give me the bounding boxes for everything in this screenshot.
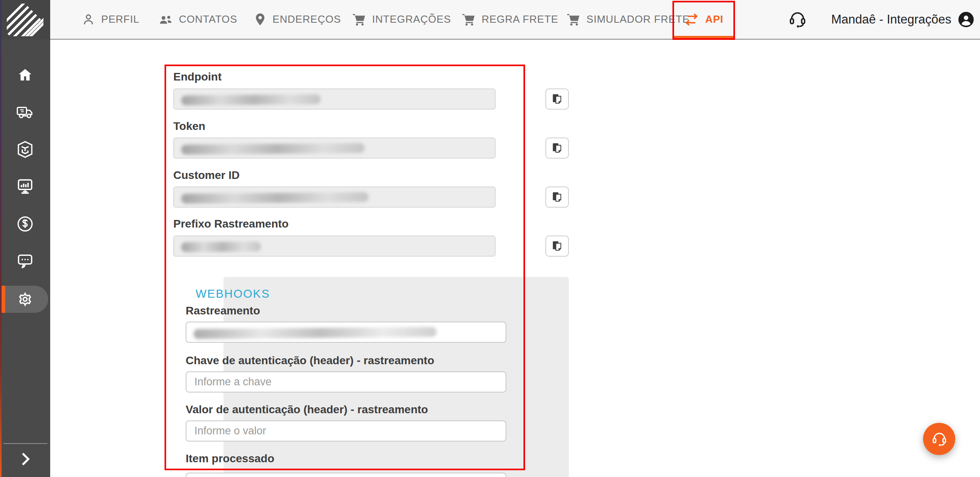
edge-gradient-strip — [0, 0, 2, 477]
customer-id-field[interactable] — [173, 186, 496, 208]
tab-contatos[interactable]: CONTATOS — [159, 0, 237, 39]
endpoint-field[interactable] — [173, 88, 496, 110]
copy-prefixo-button[interactable] — [545, 236, 569, 257]
truck-icon — [16, 104, 34, 120]
field-label-valor-autenticacao: Valor de autenticação (header) - rastrea… — [186, 403, 428, 416]
redacted-value — [181, 143, 365, 155]
tab-api[interactable]: API — [672, 0, 735, 39]
field-label-token: Token — [173, 120, 205, 133]
copy-icon — [551, 191, 563, 203]
field-label-prefixo-rastreamento: Prefixo Rastreamento — [173, 218, 288, 230]
top-navigation-bar: PERFIL CONTATOS ENDEREÇOS INTEGRAÇÕES — [50, 0, 980, 40]
tab-label: API — [705, 13, 723, 26]
sidebar-item-reports[interactable] — [0, 173, 50, 200]
monitor-chart-icon — [16, 178, 34, 195]
support-button[interactable] — [788, 0, 807, 39]
sidebar-item-messages[interactable] — [0, 248, 50, 275]
tab-label: INTEGRAÇÕES — [372, 13, 451, 26]
mandae-stripes-icon — [4, 3, 46, 37]
sidebar-divider — [3, 443, 47, 444]
field-label-item-processado: Item processado — [186, 452, 274, 465]
sidebar-item-settings[interactable] — [0, 286, 50, 313]
people-icon — [159, 13, 173, 26]
chevron-right-icon — [19, 452, 31, 466]
gear-icon — [16, 291, 34, 308]
home-icon — [17, 67, 33, 83]
copy-customer-id-button[interactable] — [545, 186, 569, 208]
sidebar — [0, 0, 50, 477]
tab-enderecos[interactable]: ENDEREÇOS — [254, 0, 341, 39]
sidebar-item-packages[interactable] — [0, 136, 50, 163]
copy-token-button[interactable] — [545, 137, 569, 159]
package-cube-icon — [16, 140, 34, 159]
page-title: Mandaê - Integrações — [831, 12, 951, 27]
mandae-logo[interactable] — [0, 0, 50, 39]
rastreamento-webhook-field[interactable] — [186, 322, 506, 343]
headset-icon — [931, 431, 948, 448]
redacted-value — [181, 94, 321, 105]
cart-icon — [352, 13, 366, 26]
copy-icon — [551, 93, 563, 105]
tab-perfil[interactable]: PERFIL — [82, 0, 139, 39]
tab-regra-frete[interactable]: REGRA FRETE — [461, 0, 558, 39]
dollar-circle-icon — [16, 215, 34, 233]
person-icon — [82, 13, 95, 26]
chave-autenticacao-input[interactable] — [186, 371, 506, 393]
tab-simulador-frete[interactable]: SIMULADOR FRETE — [566, 0, 690, 39]
copy-endpoint-button[interactable] — [545, 88, 569, 110]
valor-autenticacao-input[interactable] — [186, 420, 506, 442]
redacted-value — [194, 327, 437, 339]
copy-icon — [551, 240, 563, 252]
swap-arrows-icon — [684, 14, 699, 26]
topbar-user-area: Mandaê - Integrações — [831, 0, 974, 39]
redacted-value — [181, 241, 261, 252]
tab-label: PERFIL — [101, 13, 139, 26]
chat-bubble-icon — [16, 253, 34, 270]
cart-icon — [461, 13, 476, 26]
app-window: PERFIL CONTATOS ENDEREÇOS INTEGRAÇÕES — [0, 0, 980, 477]
field-label-rastreamento: Rastreamento — [186, 304, 260, 317]
sidebar-item-shipments[interactable] — [0, 99, 50, 126]
copy-icon — [551, 142, 563, 154]
location-pin-icon — [254, 12, 267, 27]
item-processado-input[interactable] — [186, 473, 506, 477]
field-label-endpoint: Endpoint — [173, 71, 221, 83]
sidebar-expand-button[interactable] — [0, 446, 50, 473]
tab-label: CONTATOS — [179, 13, 237, 26]
sidebar-item-home[interactable] — [0, 61, 50, 88]
account-avatar-icon[interactable] — [958, 11, 974, 28]
redacted-value — [181, 192, 368, 204]
cart-icon — [566, 13, 580, 26]
field-label-chave-autenticacao: Chave de autenticação (header) - rastrea… — [186, 354, 434, 367]
prefixo-rastreamento-field[interactable] — [173, 236, 496, 257]
field-label-customer-id: Customer ID — [173, 169, 239, 182]
tab-integracoes[interactable]: INTEGRAÇÕES — [352, 0, 451, 39]
tab-label: REGRA FRETE — [482, 13, 558, 26]
sidebar-item-billing[interactable] — [0, 210, 50, 238]
headset-icon — [788, 10, 807, 29]
main-content: Endpoint Token Customer ID — [50, 41, 980, 477]
tab-label: ENDEREÇOS — [272, 13, 341, 26]
help-fab-button[interactable] — [923, 423, 955, 455]
token-field[interactable] — [173, 137, 496, 159]
webhooks-title: WEBHOOKS — [196, 287, 270, 300]
active-tab-underline — [673, 36, 734, 39]
